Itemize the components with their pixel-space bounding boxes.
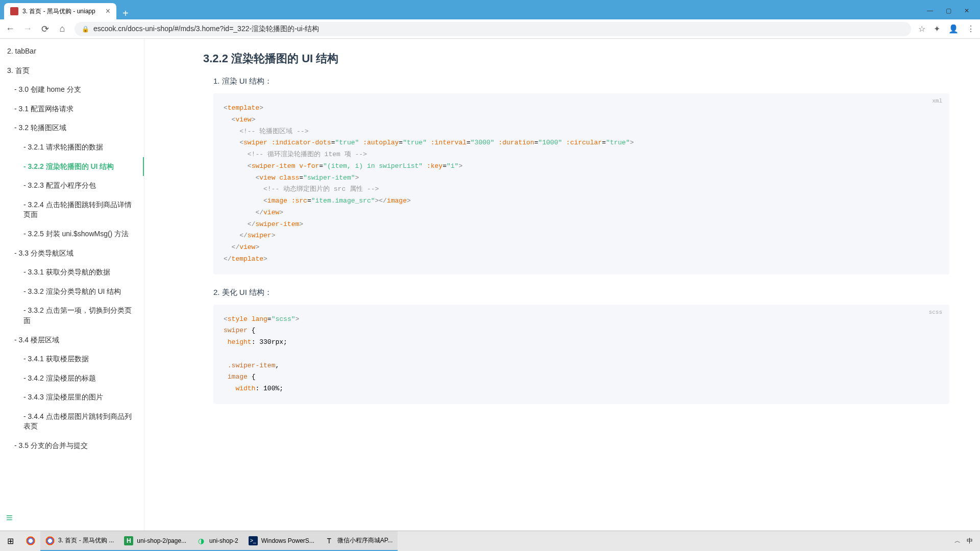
code-block-scss: scss<style lang="scss"> swiper { height:… (213, 305, 949, 404)
back-button[interactable]: ← (5, 23, 15, 34)
page-title: 3.2.2 渲染轮播图的 UI 结构 (203, 51, 949, 66)
lock-icon: 🔒 (82, 26, 89, 33)
sidebar-item[interactable]: - 3.5 分支的合并与提交 (0, 436, 144, 456)
system-tray[interactable]: ︿ 中 (954, 537, 980, 545)
main-content[interactable]: 3.2.2 渲染轮播图的 UI 结构 1. 渲染 UI 结构： xml<temp… (144, 39, 980, 531)
code-comment: <!-- 动态绑定图片的 src 属性 --> (263, 185, 379, 193)
sidebar-item[interactable]: 2. tabBar (0, 42, 144, 61)
url-text: escook.cn/docs-uni-shop/#/mds/3.home?id=… (93, 24, 319, 34)
step-label-1: 1. 渲染 UI 结构： (213, 77, 949, 86)
sidebar-item[interactable]: - 3.2.5 封装 uni.$showMsg() 方法 (0, 224, 144, 244)
sidebar-item[interactable]: - 3.2.2 渲染轮播图的 UI 结构 (0, 157, 144, 177)
toolbar: ← → ⟳ ⌂ 🔒 escook.cn/docs-uni-shop/#/mds/… (0, 19, 980, 39)
sidebar-item[interactable]: - 3.1 配置网络请求 (0, 99, 144, 119)
code-comment: <!-- 轮播图区域 --> (239, 128, 308, 135)
star-icon[interactable]: ☆ (918, 24, 925, 34)
step-label-2: 2. 美化 UI 结构： (213, 288, 949, 297)
tab-title: 3. 首页 - 黑马优购 - uniapp (22, 7, 95, 16)
start-button[interactable]: ⊞ (0, 536, 21, 546)
sidebar[interactable]: 2. tabBar3. 首页- 3.0 创建 home 分支- 3.1 配置网络… (0, 39, 144, 531)
sidebar-item[interactable]: - 3.3.1 获取分类导航的数据 (0, 263, 144, 282)
sidebar-item[interactable]: - 3.3 分类导航区域 (0, 244, 144, 263)
sidebar-item[interactable]: - 3.2.1 请求轮播图的数据 (0, 138, 144, 157)
profile-icon[interactable]: 👤 (948, 24, 959, 34)
sidebar-item[interactable]: 3. 首页 (0, 61, 144, 81)
sidebar-item[interactable]: - 3.4.1 获取楼层数据 (0, 349, 144, 369)
sidebar-item[interactable]: - 3.3.2 点击第一项，切换到分类页面 (0, 301, 144, 330)
browser-tab[interactable]: 3. 首页 - 黑马优购 - uniapp × (4, 3, 116, 19)
sidebar-item[interactable]: - 3.4.3 渲染楼层里的图片 (0, 388, 144, 407)
close-icon[interactable]: × (106, 7, 110, 16)
browser-window: 3. 首页 - 黑马优购 - uniapp × + — ▢ ✕ ← → ⟳ ⌂ … (0, 0, 980, 551)
tray-ime-icon[interactable]: 中 (967, 537, 973, 545)
window-controls: — ▢ ✕ (923, 5, 980, 19)
home-button[interactable]: ⌂ (57, 23, 67, 34)
new-tab-button[interactable]: + (116, 8, 135, 19)
sidebar-item[interactable]: - 3.0 创建 home 分支 (0, 80, 144, 99)
taskbar-app[interactable]: 3. 首页 - 黑马优购 ... (40, 531, 119, 551)
code-lang-label: xml (932, 96, 942, 106)
code-lang-label: scss (929, 308, 942, 317)
taskbar-app[interactable]: T微信小程序商城AP... (320, 531, 398, 551)
sidebar-item[interactable]: - 3.2.4 点击轮播图跳转到商品详情页面 (0, 195, 144, 224)
taskbar: ⊞ 3. 首页 - 黑马优购 ...Huni-shop-2/page...◑un… (0, 531, 980, 551)
taskbar-app[interactable]: Huni-shop-2/page... (119, 531, 191, 551)
taskbar-chrome-browser[interactable] (21, 531, 40, 551)
code-block-xml: xml<template> <view> <!-- 轮播图区域 --> <swi… (213, 93, 949, 274)
sidebar-item[interactable]: - 3.4.4 点击楼层图片跳转到商品列表页 (0, 407, 144, 436)
sidebar-item[interactable]: - 3.4.2 渲染楼层的标题 (0, 369, 144, 388)
minimize-button[interactable]: — (923, 5, 937, 16)
forward-button[interactable]: → (22, 23, 33, 34)
sidebar-item[interactable]: - 3.2.3 配置小程序分包 (0, 176, 144, 195)
tab-bar: 3. 首页 - 黑马优购 - uniapp × + — ▢ ✕ (0, 0, 980, 19)
extensions-icon[interactable]: ✦ (934, 24, 940, 34)
sidebar-item[interactable]: - 3.3.2 渲染分类导航的 UI 结构 (0, 282, 144, 302)
favicon (10, 7, 18, 15)
toolbar-actions: ☆ ✦ 👤 ⋮ (918, 24, 975, 34)
code-comment: <!-- 循环渲染轮播图的 item 项 --> (248, 151, 367, 158)
sidebar-item[interactable]: - 3.4 楼层区域 (0, 331, 144, 350)
taskbar-app[interactable]: >_Windows PowerS... (243, 531, 320, 551)
hamburger-icon[interactable]: ≡ (6, 511, 13, 524)
menu-icon[interactable]: ⋮ (967, 24, 975, 34)
sidebar-item[interactable]: - 3.2 轮播图区域 (0, 118, 144, 138)
reload-button[interactable]: ⟳ (40, 23, 50, 35)
taskbar-app[interactable]: ◑uni-shop-2 (191, 531, 243, 551)
chrome-icon (26, 536, 35, 545)
tray-chevron-icon[interactable]: ︿ (954, 537, 961, 545)
address-bar[interactable]: 🔒 escook.cn/docs-uni-shop/#/mds/3.home?i… (75, 22, 911, 36)
close-window-button[interactable]: ✕ (960, 5, 974, 16)
maximize-button[interactable]: ▢ (941, 5, 955, 16)
content-area: 2. tabBar3. 首页- 3.0 创建 home 分支- 3.1 配置网络… (0, 39, 980, 531)
